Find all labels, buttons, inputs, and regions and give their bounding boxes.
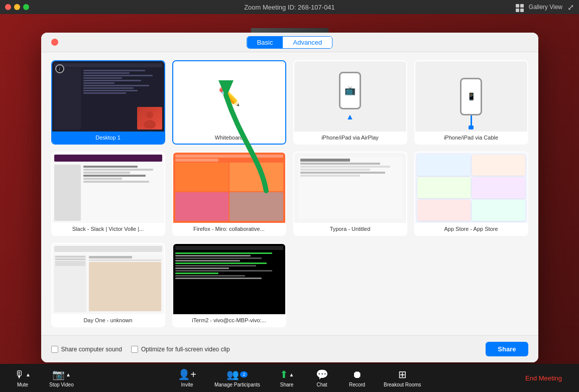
whiteboard-icon: ✏️ — [218, 86, 241, 107]
optimize-label: Optimize for full-screen video clip — [141, 346, 230, 353]
toolbar-right: End Meeting — [516, 374, 579, 382]
dialog-close-button[interactable] — [51, 39, 58, 46]
slack-thumbnail — [52, 153, 164, 223]
svg-point-0 — [146, 111, 153, 118]
record-label: Record — [349, 382, 365, 387]
grid-item-iterm[interactable]: iTerm2 - vivo@cc-MBP-vivo:... — [172, 243, 286, 327]
grid-item-typora[interactable]: Typora - Untitled — [293, 152, 407, 236]
invite-label: Invite — [181, 382, 193, 387]
share-sound-label: Share computer sound — [61, 346, 122, 353]
checkbox-group: Share computer sound Optimize for full-s… — [51, 346, 230, 353]
iphone-airplay-thumbnail: 📺 ▲ — [294, 61, 406, 132]
mic-chevron-icon[interactable]: ▲ — [26, 372, 31, 377]
invite-icon: 👤+ — [178, 368, 196, 380]
maximize-window-button[interactable] — [23, 4, 29, 10]
toolbar-end-meeting[interactable]: End Meeting — [516, 374, 574, 382]
breakout-rooms-label: Breakout Rooms — [384, 382, 421, 387]
chat-icon: 💬 — [316, 368, 328, 380]
optimize-fullscreen-checkbox[interactable]: Optimize for full-screen video clip — [131, 346, 230, 353]
desktop1-label: Desktop 1 — [52, 132, 164, 144]
iterm-thumbnail — [173, 244, 285, 314]
toolbar-center: 👤+ Invite 👥 2 Manage Participants ⬆ ▲ Sh… — [83, 368, 516, 387]
share-icon: ⬆ — [280, 368, 288, 380]
close-window-button[interactable] — [5, 4, 11, 10]
optimize-box[interactable] — [131, 346, 138, 353]
participants-badge: 2 — [240, 371, 248, 377]
gallery-view-icon — [516, 2, 524, 12]
whiteboard-thumbnail: ✏️ — [173, 61, 285, 132]
typora-thumbnail — [294, 153, 406, 223]
end-meeting-label: End Meeting — [525, 374, 562, 382]
traffic-lights — [5, 4, 29, 10]
window-title: Zoom Meeting ID: 268-107-041 — [244, 4, 335, 11]
svg-point-1 — [144, 120, 156, 128]
video-icon: 📷 — [52, 368, 65, 380]
share-label: Share — [280, 382, 294, 387]
iphone-cable-thumbnail: 📱 — [415, 61, 527, 132]
video-chevron-icon[interactable]: ▲ — [66, 372, 71, 377]
participants-icon: 👥 — [226, 368, 239, 380]
dayone-thumbnail — [52, 244, 164, 314]
toolbar-mute[interactable]: 🎙 ▲ Mute — [5, 369, 40, 387]
iphone-airplay-label: iPhone/iPad via AirPlay — [294, 132, 406, 144]
grid-item-appstore[interactable]: App Store - App Store — [414, 152, 528, 236]
grid-item-iphone-cable[interactable]: 📱 iPhone/iPad via Cable — [414, 60, 528, 145]
dayone-label: Day One - unknown — [52, 314, 164, 326]
manage-participants-label: Manage Participants — [214, 382, 260, 387]
appstore-thumbnail — [415, 153, 527, 223]
firefox-label: Firefox - Miro: collaborative... — [173, 223, 285, 235]
grid-item-dayone[interactable]: Day One - unknown — [51, 243, 165, 327]
dialog-bottom-bar: Share computer sound Optimize for full-s… — [41, 335, 538, 362]
share-computer-sound-checkbox[interactable]: Share computer sound — [51, 346, 122, 353]
info-icon[interactable]: i — [55, 64, 64, 73]
record-icon: ⏺ — [352, 369, 362, 380]
stop-video-label: Stop Video — [49, 382, 74, 387]
share-chevron-icon[interactable]: ▲ — [289, 372, 294, 377]
grid-item-iphone-airplay[interactable]: 📺 ▲ iPhone/iPad via AirPlay — [293, 60, 407, 145]
toolbar-share[interactable]: ⬆ ▲ Share — [269, 368, 304, 387]
toolbar-left: 🎙 ▲ Mute 📷 ▲ Stop Video — [0, 368, 83, 387]
grid-item-desktop1[interactable]: i Desktop 1 — [51, 60, 165, 145]
person-overlay — [137, 107, 162, 129]
typora-label: Typora - Untitled — [294, 223, 406, 235]
toolbar-participants[interactable]: 👥 2 Manage Participants — [205, 368, 269, 387]
toolbar-chat[interactable]: 💬 Chat — [304, 368, 339, 387]
grid-item-slack[interactable]: Slack - Slack | Victor Volle |... — [51, 152, 165, 236]
tab-basic[interactable]: Basic — [247, 37, 283, 48]
grid-item-whiteboard[interactable]: ✏️ Whiteboard — [172, 60, 286, 145]
gallery-controls: Gallery View ⤢ — [516, 2, 574, 12]
minimize-window-button[interactable] — [14, 4, 20, 10]
appstore-label: App Store - App Store — [415, 223, 527, 235]
breakout-icon: ⊞ — [398, 368, 407, 380]
iterm-label: iTerm2 - vivo@cc-MBP-vivo:... — [173, 314, 285, 326]
dialog-header: Basic Advanced — [41, 33, 538, 52]
chat-label: Chat — [317, 382, 327, 387]
bottom-toolbar: 🎙 ▲ Mute 📷 ▲ Stop Video 👤+ Invite 👥 2 M — [0, 364, 579, 392]
desktop1-thumbnail: i — [52, 61, 164, 132]
slack-label: Slack - Slack | Victor Volle |... — [52, 223, 164, 235]
toolbar-invite[interactable]: 👤+ Invite — [169, 368, 205, 387]
toolbar-record[interactable]: ⏺ Record — [339, 369, 375, 387]
share-sound-box[interactable] — [51, 346, 58, 353]
fullscreen-icon[interactable]: ⤢ — [567, 3, 574, 12]
dialog-tabs: Basic Advanced — [247, 36, 333, 49]
gallery-view-label[interactable]: Gallery View — [529, 4, 562, 11]
toolbar-stop-video[interactable]: 📷 ▲ Stop Video — [40, 368, 83, 387]
grid-item-firefox[interactable]: Firefox - Miro: collaborative... — [172, 152, 286, 236]
firefox-thumbnail — [173, 153, 285, 223]
share-grid: i Desktop 1 ✏️ Whiteboard 📺 — [41, 52, 538, 335]
toolbar-breakout-rooms[interactable]: ⊞ Breakout Rooms — [375, 368, 430, 387]
share-dialog: Basic Advanced — [41, 33, 538, 362]
whiteboard-label: Whiteboard — [173, 132, 285, 144]
tab-advanced[interactable]: Advanced — [283, 37, 332, 48]
mic-icon: 🎙 — [15, 369, 25, 380]
share-button[interactable]: Share — [486, 342, 528, 356]
title-bar: Zoom Meeting ID: 268-107-041 Gallery Vie… — [0, 0, 579, 14]
mute-label: Mute — [17, 382, 28, 387]
iphone-cable-label: iPhone/iPad via Cable — [415, 132, 527, 144]
